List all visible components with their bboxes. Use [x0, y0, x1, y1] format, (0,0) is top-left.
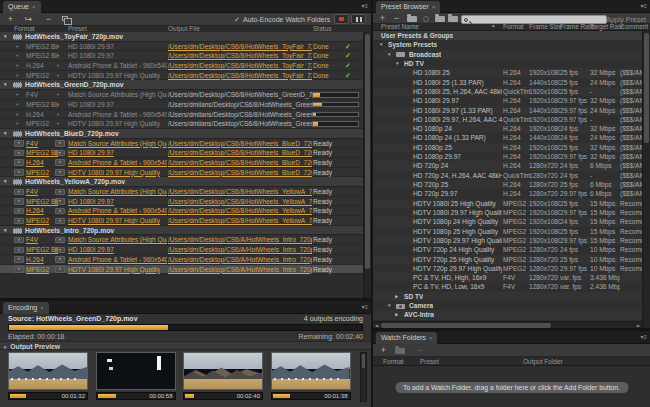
queue-output-file[interactable]: /Users/dm/Desktop/CS6/A/HotWheels_Intro_…	[168, 235, 312, 244]
preset-row[interactable]: PC & TV, HD, Low, 16x9F4V1280x720var. fp…	[373, 282, 642, 291]
close-icon[interactable]: ×	[429, 335, 433, 341]
queue-output-file[interactable]: /Users/dm/Desktop/CS6/8/HotWheels_BlueD_…	[168, 148, 312, 157]
col-preset-name[interactable]: Preset Name	[381, 23, 419, 30]
queue-preset[interactable]: Android Phone & Tablet - 960x540 29.97	[68, 206, 167, 215]
preset-row[interactable]: ▶AVC-Intra	[373, 310, 642, 319]
format-dropdown-icon[interactable]: ▾	[16, 100, 24, 109]
preset-name[interactable]: HDTV 720p 25 High Quality	[413, 255, 502, 264]
preset-dropdown-icon[interactable]: ▾	[57, 119, 65, 128]
format-dropdown[interactable]: ▾	[14, 256, 24, 263]
format-dropdown-icon[interactable]: ▾	[16, 61, 24, 70]
format-dropdown[interactable]: ▾	[14, 169, 24, 176]
preset-row[interactable]: ▼Camera	[373, 301, 642, 310]
preset-row[interactable]: HDTV 1080i 29.97 High QualityMPEG21920x1…	[373, 208, 642, 217]
format-dropdown-icon[interactable]: ▾	[16, 71, 24, 80]
preset-name[interactable]: PC & TV, HD, Low, 16x9	[413, 282, 502, 291]
preset-name[interactable]: HD 720p 25	[413, 180, 502, 189]
queue-preset[interactable]: Match Source Attributes (High Quality)	[68, 235, 167, 244]
preset-name[interactable]: HD 1080i 29.97, H.264, AAC 48kHz	[413, 115, 502, 124]
queue-format[interactable]: H.264	[26, 206, 58, 215]
tab-preset-browser[interactable]: Preset Browser×	[376, 1, 440, 13]
preset-row[interactable]: HD 1080i 25H.2641920x108025 fps32 Mbps($…	[373, 68, 642, 77]
preview-scrollbar[interactable]	[360, 352, 367, 402]
preset-name[interactable]: HDTV 1080i 25 High Quality	[413, 199, 502, 208]
queue-format[interactable]: MPEG2	[26, 265, 58, 274]
preset-name[interactable]: HD 1080i 29.97 (1.33 PAR)	[413, 106, 502, 115]
preset-row[interactable]: HDTV 1080p 24 High QualityMPEG21920x1080…	[373, 217, 642, 226]
preset-dropdown-icon[interactable]: ▾	[57, 51, 65, 60]
queue-output-file[interactable]: /Users/dm/Desktop/CS6/A/HotWheels_Intro_…	[168, 245, 312, 254]
disclosure-icon[interactable]: ▼	[395, 59, 399, 68]
queue-preset[interactable]: Android Phone & Tablet - 960x540 29.97	[68, 255, 167, 264]
col-wf-format[interactable]: Format	[383, 358, 404, 365]
preset-dropdown-icon[interactable]: ▾	[57, 110, 65, 119]
format-dropdown[interactable]: ▾	[14, 159, 24, 166]
format-dropdown[interactable]: ▾	[14, 208, 24, 215]
queue-group-header[interactable]: ▾HotWheels_ToyFair_720p.mov	[0, 32, 363, 42]
queue-output-file[interactable]: /Users/dm/Desktop/CS6/A/HotWheels_Intro_…	[168, 255, 312, 264]
scroll-right-icon[interactable]: ▶	[635, 322, 642, 328]
preset-dropdown-icon[interactable]: ▾	[57, 42, 65, 51]
disclosure-icon[interactable]: ▾	[4, 226, 7, 236]
panel-menu-icon[interactable]: ▾≡	[361, 3, 368, 10]
close-icon[interactable]: ×	[40, 305, 44, 311]
output-preview-header[interactable]: ▾Output Preview	[0, 341, 371, 350]
queue-format[interactable]: MPEG2	[26, 216, 58, 225]
stop-queue-button[interactable]	[334, 14, 349, 24]
format-dropdown[interactable]: ▾	[14, 198, 24, 205]
queue-output-file[interactable]: /Users/dm/Desktop/CS6/8/HotWheels_Yellow…	[168, 197, 312, 206]
queue-preset[interactable]: Match Source Attributes (High Quality)	[68, 139, 167, 148]
queue-format[interactable]: H.264	[26, 158, 58, 167]
preset-row[interactable]: HD 1080p 29.97H.2641920x108029.97 fps32 …	[373, 152, 642, 161]
add-source-button[interactable]: +	[4, 14, 17, 25]
tab-watch-folders[interactable]: Watch Folders×	[376, 332, 437, 344]
queue-output-file[interactable]: /Users/dmilans/Desktop/CS6/8/HotWheels_G…	[168, 100, 312, 109]
queue-group-header[interactable]: ▾HotWheels_Intro_720p.mov	[0, 226, 363, 236]
format-dropdown[interactable]: ▾	[14, 237, 24, 244]
settings-icon[interactable]	[423, 16, 429, 22]
new-group-icon[interactable]	[407, 16, 417, 22]
preset-dropdown-icon[interactable]: ▾	[57, 61, 65, 70]
panel-menu-icon[interactable]: ▾≡	[361, 304, 368, 311]
preset-name[interactable]: PC & TV, HD, High, 16x9	[413, 273, 502, 282]
preset-row[interactable]: ▼Broadcast	[373, 50, 642, 59]
preset-row[interactable]: HD 1080i 25 (1.33 PAR)H.2641440x108025 f…	[373, 78, 642, 87]
format-dropdown[interactable]: ▾	[14, 150, 24, 157]
preset-name[interactable]: HDTV 720p 29.97 High Quality	[413, 264, 502, 273]
disclosure-icon[interactable]: ▾	[4, 32, 7, 42]
queue-format[interactable]: F4V	[26, 235, 58, 244]
queue-preset[interactable]: HDTV 1080i 29.97 High Quality	[68, 265, 167, 274]
format-dropdown-icon[interactable]: ▾	[16, 90, 24, 99]
scroll-left-icon[interactable]: ◀	[373, 322, 380, 328]
queue-row[interactable]: ▾▾MPEG2HDTV 1080i 29.97 High Quality/Use…	[0, 216, 363, 226]
queue-output-file[interactable]: /Users/dm/Desktop/CS6/8/HotWheels_Yellow…	[168, 187, 312, 196]
preset-row[interactable]: HDTV 720p 24 High QualityMPEG21280x72024…	[373, 245, 642, 254]
col-preset[interactable]: Preset	[68, 25, 87, 32]
preset-row[interactable]: HD 1080p 24 (1.33 PAR)H.2641440x108024 f…	[373, 133, 642, 142]
queue-output-file[interactable]: /Users/dm/Desktop/CS6/8/HotWheels_BlueD_…	[168, 158, 312, 167]
col-status[interactable]: Status	[313, 25, 331, 32]
preset-row[interactable]: HD 720p 25H.2641280x72025 fps6 Mbps($$$/…	[373, 180, 642, 189]
disclosure-icon[interactable]: ▶	[395, 310, 398, 319]
format-dropdown-icon[interactable]: ▾	[16, 51, 24, 60]
queue-preset[interactable]: HD 1080i 29.97	[68, 148, 167, 157]
panel-menu-icon[interactable]: ▾≡	[640, 3, 647, 10]
preset-row[interactable]: HDTV 720p 25 High QualityMPEG21280x72025…	[373, 255, 642, 264]
queue-format[interactable]: MPEG2	[26, 168, 58, 177]
disclosure-icon[interactable]: ▾	[4, 80, 7, 90]
queue-format[interactable]: MPEG2 Blu...	[26, 148, 58, 157]
queue-group-header[interactable]: ▾HotWheels_GreenD_720p.mov	[0, 80, 363, 90]
preset-row[interactable]: HDTV 720p 29.97 High QualityMPEG21280x72…	[373, 264, 642, 273]
watch-folder-icon[interactable]	[395, 348, 405, 354]
preset-name[interactable]: HD 1080p 25	[413, 143, 502, 152]
queue-scrollbar-thumb[interactable]	[365, 34, 370, 269]
queue-output-file[interactable]: /Users/dmilans/Desktop/CS6/8/HotWheels_G…	[168, 110, 312, 119]
format-dropdown-icon[interactable]: ▾	[16, 119, 24, 128]
col-target-rate[interactable]: Target Rate	[590, 23, 624, 30]
preset-row[interactable]: HD 720p 24, H.264, AAC 48kHzQuickTime128…	[373, 171, 642, 180]
queue-row[interactable]: ▾▾MPEG2 Blu...HD 1080i 29.97/Users/dmila…	[0, 100, 363, 110]
close-icon[interactable]: ×	[432, 4, 436, 10]
preset-row[interactable]: HD 1080p 25H.2641920x108025 fps32 Mbps($…	[373, 143, 642, 152]
preset-row[interactable]: ▼System Presets	[373, 40, 642, 49]
queue-row[interactable]: ▾▾H.264Android Phone & Tablet - 960x540 …	[0, 110, 363, 120]
